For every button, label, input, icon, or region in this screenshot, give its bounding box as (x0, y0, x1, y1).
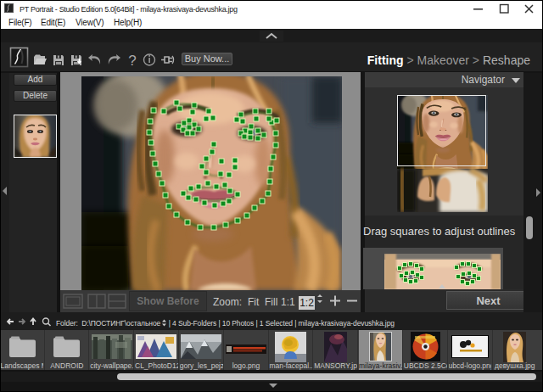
svg-text:?: ? (128, 53, 136, 69)
